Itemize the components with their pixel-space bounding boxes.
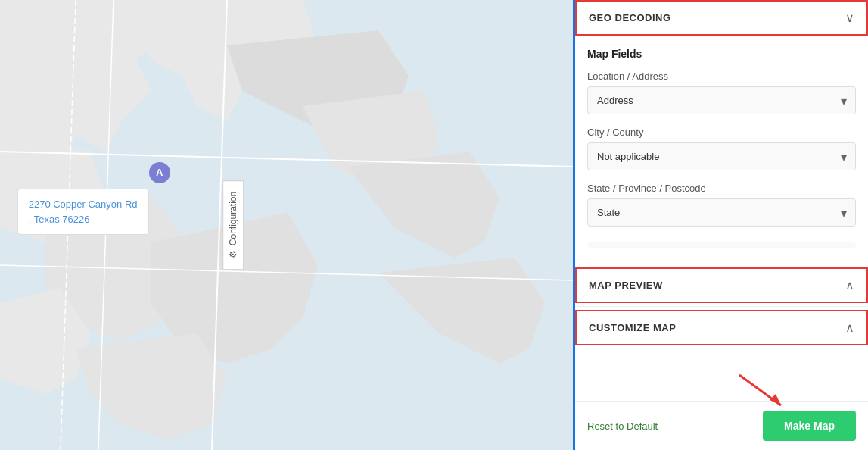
customize-map-chevron-icon: ∧ (845, 320, 854, 335)
location-field-group: Location / Address Address City State Co… (587, 70, 856, 114)
map-fields-title: Map Fields (587, 48, 856, 60)
state-field-group: State / Province / Postcode State Provin… (587, 183, 856, 227)
make-map-button[interactable]: Make Map (763, 411, 856, 441)
city-label: City / County (587, 127, 856, 138)
gear-icon: ⚙ (228, 250, 238, 258)
state-select-wrapper[interactable]: State Province Postcode (587, 198, 856, 227)
state-select[interactable]: State Province Postcode (587, 198, 856, 227)
customize-map-title: CUSTOMIZE MAP (589, 322, 676, 333)
tooltip-line2: , Texas 76226 (29, 212, 138, 227)
tooltip-line1: 2270 Copper Canyon Rd (29, 197, 138, 212)
config-tab-label: Configuration (228, 192, 238, 245)
right-panel: GEO DECODING ∨ Map Fields Location / Add… (573, 0, 868, 450)
city-field-group: City / County Not applicable City County (587, 127, 856, 170)
location-select-wrapper[interactable]: Address City State Country (587, 86, 856, 114)
customize-map-header[interactable]: CUSTOMIZE MAP ∧ (575, 310, 868, 345)
svg-marker-7 (770, 394, 781, 405)
reset-to-default-button[interactable]: Reset to Default (587, 420, 658, 432)
map-preview-title: MAP PREVIEW (589, 280, 663, 291)
state-label: State / Province / Postcode (587, 183, 856, 194)
map-area: A 2270 Copper Canyon Rd , Texas 76226 ⚙ … (0, 0, 573, 450)
city-select[interactable]: Not applicable City County (587, 142, 856, 170)
bottom-bar: Reset to Default Make Map (575, 401, 868, 450)
map-marker[interactable]: A (149, 162, 170, 183)
location-label: Location / Address (587, 70, 856, 82)
map-preview-chevron-icon: ∧ (845, 278, 854, 292)
divider (587, 239, 856, 239)
map-tooltip: 2270 Copper Canyon Rd , Texas 76226 (17, 189, 149, 235)
partial-field-placeholder (587, 242, 856, 248)
location-select[interactable]: Address City State Country (587, 86, 856, 114)
geo-decoding-content: Map Fields Location / Address Address Ci… (575, 36, 868, 261)
marker-label: A (156, 167, 163, 178)
section-divider-1 (575, 264, 868, 264)
arrow-indicator (732, 371, 792, 412)
geo-decoding-title: GEO DECODING (589, 12, 671, 23)
city-select-wrapper[interactable]: Not applicable City County (587, 142, 856, 170)
geo-decoding-chevron-icon: ∨ (845, 11, 854, 25)
map-preview-header[interactable]: MAP PREVIEW ∧ (575, 267, 868, 303)
section-divider-2 (575, 306, 868, 307)
geo-decoding-header[interactable]: GEO DECODING ∨ (575, 0, 868, 36)
configuration-tab[interactable]: ⚙ Configuration (222, 180, 244, 270)
